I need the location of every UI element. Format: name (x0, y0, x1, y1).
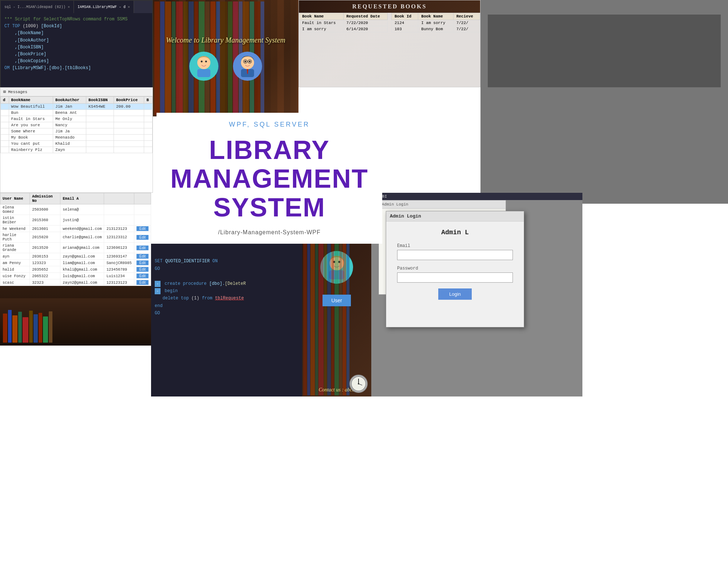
users-panel: User Name Admission No Email A elena Gom… (0, 193, 151, 346)
sql-procedure-code: SET QUOTED_IDENTIFIER ON GO - create pro… (151, 244, 302, 321)
col-bookprice: BookPrice (114, 97, 144, 104)
table-row: 2124 I am sorry 7/22/ (392, 20, 480, 26)
edit-button[interactable]: Edit (136, 274, 149, 278)
sql-tab-bar: sql - I...MSAN\ideapad (62)) ✕ IAMSAN.Li… (1, 1, 152, 13)
edit-button[interactable]: Edit (136, 280, 149, 285)
admin-bg-title: Admin Login (379, 200, 506, 209)
table-row: ayn2036153zayn@gmail.com123693147Edit (0, 253, 151, 260)
results-table: d BookName BookAuthor BookISBN BookPrice… (0, 96, 153, 153)
table-row: Wow BeautifullJim JanKS454WE200.00 (1, 104, 153, 110)
sql-col-bookname: ,[BookName] (15, 31, 44, 36)
sql-select: CT TOP (4, 24, 20, 29)
email-label: Email (397, 243, 513, 248)
gray-bg (480, 0, 728, 204)
svg-point-5 (245, 60, 246, 62)
edit-button[interactable]: Edit (136, 235, 149, 240)
dark-inner-area (488, 15, 721, 87)
col-username: User Name (0, 193, 30, 204)
table-row: 103 Bunny Bom 7/22/ (392, 26, 480, 32)
edit-button[interactable]: Edit (136, 254, 149, 259)
clock-decoration (349, 375, 368, 393)
library-welcome-panel: Welcome to Library Management System (153, 0, 298, 116)
sql-code-block: *** Script for SelectTopNRows command fr… (1, 13, 152, 75)
col-admission: Admission No (30, 193, 60, 204)
users-header-row: User Name Admission No Email A (0, 193, 151, 204)
edit-button[interactable]: Edit (136, 267, 149, 272)
svg-point-4 (241, 56, 254, 69)
table-row: Fault in StarsMe Only (1, 116, 153, 122)
sql-procedure-panel: SET QUOTED_IDENTIFIER ON GO - create pro… (151, 244, 302, 396)
admin-login-title-bar: Admin Login (386, 211, 524, 222)
password-label: Password (397, 266, 513, 271)
bookshelf-bottom (0, 298, 151, 346)
sql-tab-2[interactable]: IAMSAN.LibraryMSWF - d ✕ (74, 1, 134, 13)
svg-point-1 (201, 60, 203, 62)
edit-button[interactable]: Edit (136, 226, 149, 231)
table-row: Fault in Stars 7/22/2020 (299, 20, 388, 26)
sql-tab-1-label: sql - I...MSAN\ideapad (62)) (4, 5, 66, 9)
grid-icon: ⊞ (3, 89, 6, 95)
col-id: d (1, 97, 9, 104)
req-col-bookname: Book Name (299, 13, 344, 20)
avatar-right (233, 52, 262, 81)
table-row: Some WhereJim Ja (1, 128, 153, 135)
req-header-row-2: Book Id Book Name Recieve (392, 13, 480, 20)
sql-tab-1-close[interactable]: ✕ (68, 5, 70, 9)
sql-from: OM (4, 65, 9, 71)
requested-table-2: Book Id Book Name Recieve 2124 I am sorr… (391, 13, 480, 32)
bookshelf-bg-bottom (302, 240, 371, 396)
table-row: Are you sureNancy (1, 122, 153, 128)
sql-results-panel: ⊞ Messages d BookName BookAuthor BookISB… (0, 87, 153, 193)
table-row: he Weekend2013601weekend@gmail.com213123… (0, 226, 151, 232)
email-field-container: Email (397, 243, 513, 260)
svg-point-6 (249, 60, 251, 62)
admin-panel: eveBI Admin Login Admin Login Admin L Em… (371, 193, 582, 396)
sql-comment-line: *** Script for SelectTopNRows command fr… (4, 17, 127, 22)
sql-col-bookisbn: ,[BookISBN] (15, 45, 44, 50)
user-button-container: User (323, 295, 351, 317)
clock-svg (351, 376, 367, 392)
table-row: istin Beiber2015360justin@ (0, 215, 151, 226)
gray-right-panel (480, 0, 728, 204)
col-extra: B (144, 97, 153, 104)
req-col-recieve: Recieve (453, 13, 480, 20)
svg-point-19 (358, 383, 359, 384)
edit-button[interactable]: Edit (136, 246, 149, 250)
avatars-container (189, 52, 262, 81)
results-header-row: d BookName BookAuthor BookISBN BookPrice… (1, 97, 153, 104)
col-bookname: BookName (9, 97, 53, 104)
users-table: User Name Admission No Email A elena Gom… (0, 193, 151, 286)
main-title-line2: SYSTEM (213, 193, 325, 222)
table-row: elena Gomez2503600selena@ (0, 204, 151, 215)
admin-login-form-title: Admin L (397, 229, 513, 236)
users-table-container: User Name Admission No Email A elena Gom… (0, 193, 151, 286)
req-header-row-1: Book Name Requested Date (299, 13, 388, 20)
main-title: LIBRARY MANAGEMENT SYSTEM (167, 136, 371, 222)
collapse-indicator-2: - (155, 288, 161, 294)
github-link[interactable]: /Library-Management-System-WPF (218, 229, 321, 236)
main-title-line1: LIBRARY MANAGEMENT (170, 135, 368, 193)
edit-button[interactable]: Edit (136, 260, 149, 265)
sql-tab-2-label: IAMSAN.LibraryMSWF - d (78, 5, 126, 9)
user-avatar-svg-right (237, 53, 258, 79)
requested-table-1: Book Name Requested Date Fault in Stars … (299, 13, 388, 32)
admin-login-window: Admin Login Admin L Email Password Login (386, 211, 524, 327)
avatar-left (189, 52, 218, 81)
admin-tab-bar: eveBI (371, 193, 582, 200)
table-row: am Penny123323liam@gmail.comSanojCR8985E… (0, 260, 151, 266)
messages-tab-label[interactable]: Messages (8, 90, 27, 94)
sql-tab-1[interactable]: sql - I...MSAN\ideapad (62)) ✕ (1, 1, 74, 13)
sql-tab-2-close[interactable]: ✕ (128, 5, 130, 9)
main-card: WPF, SQL SERVER LIBRARY MANAGEMENT SYSTE… (157, 113, 382, 244)
col-bookauthor: BookAuthor (53, 97, 86, 104)
login-button[interactable]: Login (438, 288, 472, 300)
password-input[interactable] (397, 272, 513, 283)
table-row: I am sorry 6/14/2020 (299, 26, 388, 32)
welcome-text: Welcome to Library Management System (166, 36, 285, 44)
req-col-bookid: Book Id (392, 13, 418, 20)
email-input[interactable] (397, 250, 513, 260)
col-email: Email A (60, 193, 104, 204)
table-row: You cant putKhalid (1, 141, 153, 147)
user-button[interactable]: User (323, 295, 351, 306)
table-row: halid2035652khali@gmail.com123456789Edit (0, 266, 151, 273)
